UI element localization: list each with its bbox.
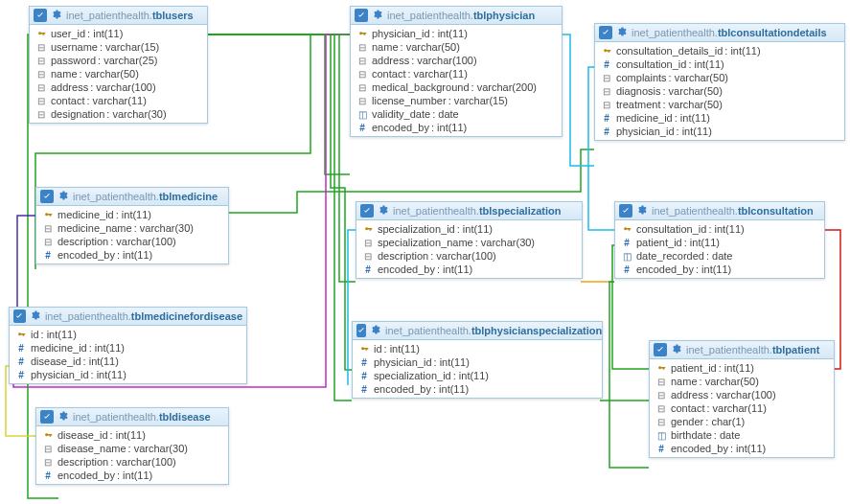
table-header[interactable]: inet_patienthealth.tblusers — [30, 7, 207, 25]
gear-icon[interactable] — [57, 410, 73, 424]
table-tblconsultationdetails[interactable]: inet_patienthealth.tblconsultationdetail… — [594, 23, 845, 141]
table-tblspecialization[interactable]: inet_patienthealth.tblspecializationspec… — [356, 201, 583, 279]
column-row[interactable]: ◫date_recorded : date — [615, 249, 824, 263]
gear-icon[interactable] — [377, 204, 393, 218]
column-row[interactable]: ⊟treatment : varchar(50) — [595, 98, 844, 111]
column-row[interactable]: specialization_id : int(11) — [356, 222, 582, 236]
column-row[interactable]: ⊟contact : varchar(11) — [30, 94, 207, 107]
column-row[interactable]: physician_id : int(11) — [351, 27, 562, 40]
table-header[interactable]: inet_patienthealth.tblphysicianspecializ… — [353, 322, 602, 340]
column-row[interactable]: ⊟diagnosis : varchar(50) — [595, 84, 844, 98]
column-name: address — [372, 55, 409, 66]
column-row[interactable]: #encoded_by : int(11) — [351, 121, 562, 134]
index-icon: # — [601, 59, 612, 70]
column-row[interactable]: #medicine_id : int(11) — [595, 111, 844, 125]
table-tblphysician[interactable]: inet_patienthealth.tblphysicianphysician… — [350, 6, 563, 137]
column-row[interactable]: disease_id : int(11) — [36, 428, 228, 442]
table-header[interactable]: inet_patienthealth.tblpatient — [650, 341, 834, 359]
table-header[interactable]: inet_patienthealth.tblphysician — [351, 7, 562, 25]
column-row[interactable]: ⊟specialization_name : varchar(30) — [356, 236, 582, 249]
table-tblpatient[interactable]: inet_patienthealth.tblpatientpatient_id … — [649, 340, 835, 458]
column-row[interactable]: #consultation_id : int(11) — [595, 57, 844, 71]
column-row[interactable]: #physician_id : int(11) — [353, 355, 602, 369]
column-row[interactable]: #patient_id : int(11) — [615, 236, 824, 249]
primary-key-icon — [362, 225, 374, 234]
column-row[interactable]: #physician_id : int(11) — [595, 125, 844, 138]
gear-icon[interactable] — [57, 190, 73, 203]
column-row[interactable]: ⊟description : varchar(100) — [356, 249, 582, 263]
column-row[interactable]: ⊟name : varchar(50) — [30, 67, 207, 80]
table-header[interactable]: inet_patienthealth.tblconsultation — [615, 202, 824, 220]
table-tblconsultation[interactable]: inet_patienthealth.tblconsultationconsul… — [614, 201, 825, 279]
table-tblmedicinefordisease[interactable]: inet_patienthealth.tblmedicinefordisease… — [9, 307, 247, 384]
column-name: consultation_id — [636, 223, 706, 235]
column-row[interactable]: ◫birthdate : date — [650, 428, 834, 442]
column-row[interactable]: consultation_id : int(11) — [615, 222, 824, 236]
gear-icon[interactable] — [50, 9, 66, 22]
column-row[interactable]: patient_id : int(11) — [650, 361, 834, 375]
column-row[interactable]: ⊟description : varchar(100) — [36, 235, 228, 248]
column-name: encoded_by — [671, 443, 728, 454]
table-tblusers[interactable]: inet_patienthealth.tblusersuser_id : int… — [29, 6, 208, 124]
column-row[interactable]: #encoded_by : int(11) — [353, 382, 602, 396]
column-row[interactable]: #encoded_by : int(11) — [356, 263, 582, 276]
column-name: medical_background — [372, 81, 470, 93]
gear-icon[interactable] — [29, 309, 45, 323]
column-row[interactable]: ⊟username : varchar(15) — [30, 40, 207, 54]
column-row[interactable]: id : int(11) — [353, 342, 602, 355]
column-row[interactable]: ⊟contact : varchar(11) — [650, 401, 834, 415]
text-icon: ⊟ — [601, 100, 612, 110]
column-row[interactable]: ⊟disease_name : varchar(30) — [36, 442, 228, 455]
table-tblmedicine[interactable]: inet_patienthealth.tblmedicinemedicine_i… — [35, 187, 229, 264]
column-row[interactable]: consultation_details_id : int(11) — [595, 44, 844, 57]
table-header[interactable]: inet_patienthealth.tblconsultationdetail… — [595, 24, 844, 42]
text-icon: ⊟ — [356, 69, 368, 80]
column-row[interactable]: ⊟address : varchar(100) — [650, 388, 834, 401]
column-name: contact — [372, 68, 405, 80]
column-row[interactable]: ⊟medical_background : varchar(200) — [351, 80, 562, 94]
table-check-icon — [355, 9, 368, 22]
column-row[interactable]: ⊟password : varchar(25) — [30, 54, 207, 67]
column-row[interactable]: ⊟license_number : varchar(15) — [351, 94, 562, 107]
column-row[interactable]: ⊟name : varchar(50) — [351, 40, 562, 54]
table-header[interactable]: inet_patienthealth.tblmedicinefordisease — [10, 308, 246, 326]
column-row[interactable]: ⊟name : varchar(50) — [650, 375, 834, 388]
column-row[interactable]: #encoded_by : int(11) — [36, 469, 228, 482]
column-row[interactable]: ⊟contact : varchar(11) — [351, 67, 562, 80]
table-header[interactable]: inet_patienthealth.tblspecialization — [356, 202, 582, 220]
column-row[interactable]: #encoded_by : int(11) — [36, 248, 228, 262]
column-row[interactable]: user_id : int(11) — [30, 27, 207, 40]
column-row[interactable]: #disease_id : int(11) — [10, 355, 246, 368]
gear-icon[interactable] — [371, 9, 387, 22]
column-row[interactable]: ⊟gender : char(1) — [650, 415, 834, 428]
column-row[interactable]: ⊟medicine_name : varchar(30) — [36, 221, 228, 235]
table-name: tblphysician — [473, 10, 535, 21]
gear-icon[interactable] — [635, 204, 652, 218]
column-row[interactable]: #specialization_id : int(11) — [353, 369, 602, 382]
column-row[interactable]: ⊟complaints : varchar(50) — [595, 71, 844, 84]
column-row[interactable]: #medicine_id : int(11) — [10, 341, 246, 355]
column-row[interactable]: #encoded_by : int(11) — [650, 442, 834, 455]
schema-name: inet_patienthealth. — [393, 205, 479, 217]
gear-icon[interactable] — [670, 343, 686, 356]
column-name: username — [51, 41, 98, 53]
table-header[interactable]: inet_patienthealth.tbldisease — [36, 408, 228, 426]
column-row[interactable]: #encoded_by : int(11) — [615, 263, 824, 276]
column-row[interactable]: #physician_id : int(11) — [10, 368, 246, 381]
column-row[interactable]: ⊟address : varchar(100) — [30, 80, 207, 94]
column-row[interactable]: ⊟address : varchar(100) — [351, 54, 562, 67]
table-tblphysicianspecialization[interactable]: inet_patienthealth.tblphysicianspecializ… — [352, 321, 603, 399]
column-row[interactable]: ⊟designation : varchar(30) — [30, 107, 207, 121]
gear-icon[interactable] — [369, 324, 385, 337]
column-row[interactable]: id : int(11) — [10, 328, 246, 341]
column-row[interactable]: medicine_id : int(11) — [36, 208, 228, 221]
column-row[interactable]: ⊟description : varchar(100) — [36, 455, 228, 469]
index-icon: # — [15, 356, 27, 367]
column-type: : varchar(100) — [411, 55, 476, 66]
column-type: : int(11) — [688, 58, 724, 70]
gear-icon[interactable] — [615, 26, 632, 39]
text-icon: ⊟ — [601, 86, 612, 97]
table-tbldisease[interactable]: inet_patienthealth.tbldiseasedisease_id … — [35, 407, 229, 485]
column-row[interactable]: ◫validity_date : date — [351, 107, 562, 121]
table-header[interactable]: inet_patienthealth.tblmedicine — [36, 188, 228, 206]
